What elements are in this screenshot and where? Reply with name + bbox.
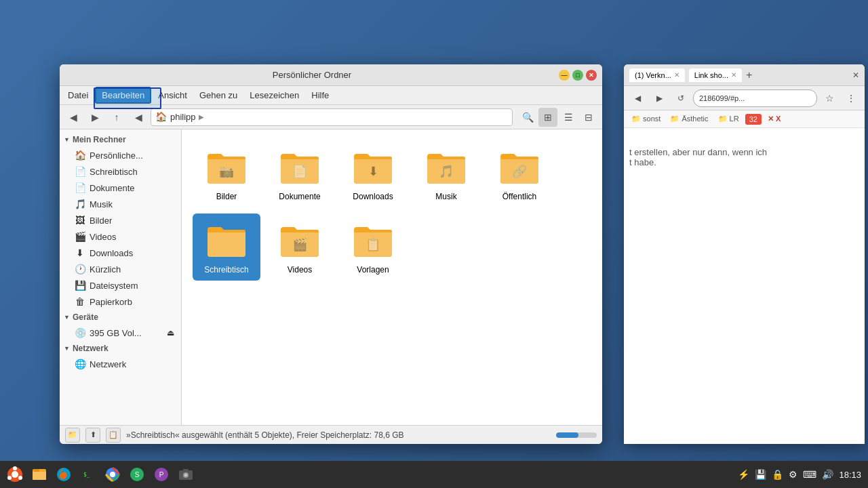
sidebar-item-dokumente[interactable]: 📄 Dokumente (61, 180, 180, 196)
sidebar-item-downloads[interactable]: ⬇ Downloads (61, 245, 180, 261)
file-item-dokumente[interactable]: 📄 Dokumente (266, 140, 334, 208)
menu-lesezeichen[interactable]: Lesezeichen (244, 88, 304, 102)
svg-text:⬇: ⬇ (368, 165, 378, 178)
svg-text:S: S (135, 471, 140, 479)
svg-text:🔗: 🔗 (512, 164, 528, 179)
browser-reload[interactable]: ↺ (671, 89, 690, 108)
status-btn-1[interactable]: 📁 (65, 428, 80, 443)
app6-taskbar-icon[interactable]: P (151, 464, 172, 485)
svg-text:🎵: 🎵 (439, 164, 454, 179)
sidebar-section-geraete[interactable]: ▼ Geräte (60, 310, 181, 325)
close-button[interactable]: ✕ (586, 70, 597, 81)
file-item-musik[interactable]: 🎵 Musik (412, 140, 480, 208)
minimize-button[interactable]: — (559, 70, 570, 81)
app5-taskbar-icon[interactable]: S (126, 464, 148, 485)
sidebar-item-personal[interactable]: 🏠 Persönliche... (61, 147, 180, 163)
sidebar-item-network[interactable]: 🌐 Netzwerk (61, 356, 180, 372)
tab-close-icon[interactable]: ✕ (674, 71, 679, 79)
back-button[interactable]: ◀ (64, 108, 83, 127)
status-btn-3[interactable]: 📋 (106, 428, 121, 443)
recent-icon: 🕐 (75, 264, 85, 274)
sidebar-section-mein-rechner[interactable]: ▼ Mein Rechner (60, 132, 181, 147)
sidebar-item-schreibtisch[interactable]: 📄 Schreibtisch (61, 163, 180, 180)
files-taskbar-icon[interactable] (28, 464, 50, 485)
firefox-taskbar-icon[interactable] (53, 464, 75, 485)
file-label: Öffentlich (502, 192, 536, 203)
menu-gehen-zu[interactable]: Gehen zu (194, 88, 243, 102)
ubuntu-taskbar-icon[interactable] (4, 464, 26, 485)
url-bar[interactable]: 2186099/#p... (693, 89, 817, 107)
sidebar-item-papierkorb[interactable]: 🗑 Papierkorb (61, 293, 180, 310)
prev-button[interactable]: ◀ (129, 108, 148, 127)
file-item-vorlagen[interactable]: 📋 Vorlagen (339, 214, 407, 281)
bluetooth-icon: ⚡ (738, 469, 749, 480)
sidebar-item-dateisystem[interactable]: 💾 Dateisystem (61, 277, 180, 293)
menu-ansicht[interactable]: Ansicht (153, 88, 193, 102)
videos-icon: 🎬 (75, 231, 85, 242)
bookmark-x[interactable]: ✕ X (764, 113, 784, 125)
system-icon: ⚙ (789, 469, 797, 480)
menu-bearbeiten[interactable]: Bearbeiten (95, 87, 151, 104)
sidebar-item-videos[interactable]: 🎬 Videos (61, 228, 180, 245)
sidebar-item-musik[interactable]: 🎵 Musik (61, 196, 180, 212)
removable-icon: 💾 (755, 469, 766, 480)
svg-text:P: P (159, 471, 164, 479)
browser-close-button[interactable]: ✕ (852, 70, 859, 80)
browser-tab-2[interactable]: Link sho... ✕ (689, 68, 742, 82)
sidebar-item-recent[interactable]: 🕐 Kürzlich (61, 261, 180, 277)
folder-icon-oeffentlich: 🔗 (498, 146, 541, 189)
screenshot-taskbar-icon[interactable] (175, 464, 197, 485)
fs-icon: 💾 (75, 280, 85, 291)
musik-icon: 🎵 (75, 199, 85, 209)
sidebar-label: Papierkorb (90, 297, 132, 307)
file-item-videos[interactable]: 🎬 Videos (266, 214, 334, 281)
browser-back[interactable]: ◀ (628, 89, 647, 108)
terminal-taskbar-icon[interactable]: $_ (77, 464, 99, 485)
detail-view-button[interactable]: ⊟ (579, 108, 598, 127)
grid-view-button[interactable]: ⊞ (538, 108, 557, 127)
browser-menu[interactable]: ⋮ (842, 89, 861, 108)
file-item-schreibtisch[interactable]: Schreibtisch (193, 214, 260, 281)
forward-button[interactable]: ▶ (85, 108, 104, 127)
browser-tab-1[interactable]: (1) Verkn... ✕ (629, 68, 685, 82)
browser-forward[interactable]: ▶ (650, 89, 669, 108)
sidebar-label: Dateisystem (90, 281, 138, 291)
tab-close-icon[interactable]: ✕ (731, 71, 736, 79)
sidebar-item-volume[interactable]: 💿 395 GB Vol... ⏏ (61, 325, 180, 341)
section-arrow: ▼ (64, 136, 70, 143)
file-item-downloads[interactable]: ⬇ Downloads (339, 140, 407, 208)
svg-text:📄: 📄 (292, 164, 308, 179)
bookmark-sonst[interactable]: 📁 sonst (628, 113, 664, 125)
file-item-bilder[interactable]: 📷 Bilder (193, 140, 260, 208)
statusbar: 📁 ⬆ 📋 »Schreibtisch« ausgewählt (enthält… (60, 425, 602, 444)
search-button[interactable]: 🔍 (518, 108, 537, 127)
new-tab-button[interactable]: + (746, 69, 752, 81)
status-btn-2[interactable]: ⬆ (85, 428, 100, 443)
up-button[interactable]: ↑ (107, 108, 126, 127)
bookmark-lr[interactable]: 📁 LR (715, 113, 743, 125)
bookmark-32[interactable]: 32 (745, 114, 762, 125)
sidebar-label: 395 GB Vol... (90, 328, 142, 338)
sidebar-section-netzwerk[interactable]: ▼ Netzwerk (60, 341, 181, 356)
file-label: Vorlagen (357, 265, 389, 276)
file-item-oeffentlich[interactable]: 🔗 Öffentlich (486, 140, 553, 208)
browser-bookmarks-bar: 📁 sonst 📁 Ästhetic 📁 LR 32 ✕ X (624, 110, 865, 128)
menu-hilfe[interactable]: Hilfe (306, 88, 334, 102)
list-view-button[interactable]: ☰ (559, 108, 578, 127)
eject-icon[interactable]: ⏏ (167, 328, 174, 338)
sidebar-item-bilder[interactable]: 🖼 Bilder (61, 212, 180, 228)
folder-svg: 🎬 (279, 223, 320, 258)
bookmark-aesthetic[interactable]: 📁 Ästhetic (667, 113, 711, 125)
browser-bookmark[interactable]: ☆ (820, 89, 839, 108)
maximize-button[interactable]: □ (572, 70, 583, 81)
location-chevron: ▶ (199, 113, 204, 121)
folder-icon-bilder: 📷 (205, 146, 248, 189)
folder-icon-vorlagen: 📋 (351, 219, 395, 262)
menu-datei[interactable]: Datei (62, 88, 94, 102)
folder-svg: ⬇ (353, 150, 393, 185)
section-arrow: ▼ (64, 314, 70, 321)
chrome-taskbar-icon[interactable] (102, 464, 123, 485)
section-arrow: ▼ (64, 345, 70, 352)
location-bar[interactable]: 🏠 philipp ▶ (151, 108, 513, 126)
taskbar: $_ S P ⚡ 💾 🔒 ⚙ ⌨ 🔊 (0, 461, 868, 488)
